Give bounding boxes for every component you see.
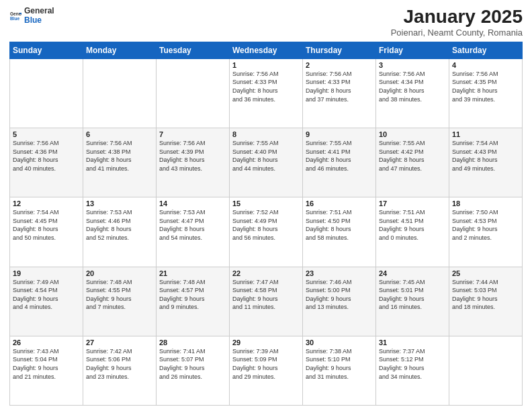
day-cell: 24Sunrise: 7:45 AM Sunset: 5:01 PM Dayli… — [376, 267, 449, 336]
day-number: 21 — [159, 269, 226, 277]
col-header-wednesday: Wednesday — [230, 42, 303, 58]
day-info: Sunrise: 7:53 AM Sunset: 4:46 PM Dayligh… — [86, 208, 153, 242]
day-info: Sunrise: 7:50 AM Sunset: 4:53 PM Dayligh… — [452, 208, 519, 242]
day-info: Sunrise: 7:54 AM Sunset: 4:45 PM Dayligh… — [13, 208, 80, 242]
day-info: Sunrise: 7:52 AM Sunset: 4:49 PM Dayligh… — [232, 208, 300, 242]
day-cell: 18Sunrise: 7:50 AM Sunset: 4:53 PM Dayli… — [449, 197, 523, 267]
week-row-2: 5Sunrise: 7:56 AM Sunset: 4:36 PM Daylig… — [10, 128, 523, 197]
day-info: Sunrise: 7:37 AM Sunset: 5:12 PM Dayligh… — [379, 347, 446, 381]
day-info: Sunrise: 7:56 AM Sunset: 4:39 PM Dayligh… — [159, 139, 226, 173]
day-number: 19 — [13, 269, 80, 277]
day-number: 26 — [13, 338, 80, 347]
logo-icon: General Blue — [9, 10, 21, 22]
day-info: Sunrise: 7:51 AM Sunset: 4:50 PM Dayligh… — [306, 208, 373, 242]
day-info: Sunrise: 7:56 AM Sunset: 4:34 PM Dayligh… — [379, 70, 446, 103]
day-cell: 3Sunrise: 7:56 AM Sunset: 4:34 PM Daylig… — [376, 58, 449, 128]
svg-text:Blue: Blue — [10, 16, 19, 21]
day-number: 8 — [232, 130, 300, 138]
day-number: 12 — [13, 199, 80, 208]
day-number: 25 — [452, 269, 519, 277]
calendar-table: SundayMondayTuesdayWednesdayThursdayFrid… — [9, 42, 523, 406]
day-info: Sunrise: 7:51 AM Sunset: 4:51 PM Dayligh… — [379, 208, 446, 242]
day-cell: 11Sunrise: 7:54 AM Sunset: 4:43 PM Dayli… — [449, 128, 523, 197]
day-cell: 23Sunrise: 7:46 AM Sunset: 5:00 PM Dayli… — [303, 267, 376, 336]
day-cell: 9Sunrise: 7:55 AM Sunset: 4:41 PM Daylig… — [303, 128, 376, 197]
day-cell: 17Sunrise: 7:51 AM Sunset: 4:51 PM Dayli… — [376, 197, 449, 267]
day-info: Sunrise: 7:43 AM Sunset: 5:04 PM Dayligh… — [13, 347, 80, 381]
day-number: 1 — [232, 61, 300, 69]
day-cell: 13Sunrise: 7:53 AM Sunset: 4:46 PM Dayli… — [83, 197, 157, 267]
day-number: 30 — [306, 338, 373, 347]
day-number: 28 — [159, 338, 226, 347]
day-cell: 19Sunrise: 7:49 AM Sunset: 4:54 PM Dayli… — [10, 267, 83, 336]
day-number: 20 — [86, 269, 153, 277]
day-number: 7 — [159, 130, 226, 138]
title-block: January 2025 Poienari, Neamt County, Rom… — [391, 7, 523, 38]
day-number: 17 — [379, 199, 446, 208]
week-row-4: 19Sunrise: 7:49 AM Sunset: 4:54 PM Dayli… — [10, 267, 523, 336]
logo-general: General — [24, 7, 54, 16]
day-cell: 21Sunrise: 7:48 AM Sunset: 4:57 PM Dayli… — [157, 267, 230, 336]
col-header-thursday: Thursday — [303, 42, 376, 58]
day-number: 22 — [232, 269, 300, 277]
day-number: 14 — [159, 199, 226, 208]
location-subtitle: Poienari, Neamt County, Romania — [391, 28, 523, 38]
day-number: 16 — [306, 199, 373, 208]
col-header-friday: Friday — [376, 42, 449, 58]
page: General Blue General Blue January 2025 P… — [0, 0, 532, 411]
day-cell — [157, 58, 230, 128]
day-cell: 20Sunrise: 7:48 AM Sunset: 4:55 PM Dayli… — [83, 267, 157, 336]
day-cell: 1Sunrise: 7:56 AM Sunset: 4:33 PM Daylig… — [230, 58, 303, 128]
day-cell: 28Sunrise: 7:41 AM Sunset: 5:07 PM Dayli… — [157, 336, 230, 405]
day-info: Sunrise: 7:56 AM Sunset: 4:33 PM Dayligh… — [232, 70, 300, 103]
day-info: Sunrise: 7:41 AM Sunset: 5:07 PM Dayligh… — [159, 347, 226, 381]
day-cell: 30Sunrise: 7:38 AM Sunset: 5:10 PM Dayli… — [303, 336, 376, 405]
day-cell: 10Sunrise: 7:55 AM Sunset: 4:42 PM Dayli… — [376, 128, 449, 197]
day-info: Sunrise: 7:55 AM Sunset: 4:42 PM Dayligh… — [379, 139, 446, 173]
day-cell: 31Sunrise: 7:37 AM Sunset: 5:12 PM Dayli… — [376, 336, 449, 405]
day-number: 15 — [232, 199, 300, 208]
day-info: Sunrise: 7:47 AM Sunset: 4:58 PM Dayligh… — [232, 278, 300, 312]
header: General Blue General Blue January 2025 P… — [9, 7, 523, 38]
day-cell: 5Sunrise: 7:56 AM Sunset: 4:36 PM Daylig… — [10, 128, 83, 197]
day-number: 2 — [306, 61, 373, 69]
day-info: Sunrise: 7:44 AM Sunset: 5:03 PM Dayligh… — [452, 278, 519, 312]
col-header-tuesday: Tuesday — [157, 42, 230, 58]
day-info: Sunrise: 7:56 AM Sunset: 4:36 PM Dayligh… — [13, 139, 80, 173]
day-number: 4 — [452, 61, 519, 69]
day-info: Sunrise: 7:55 AM Sunset: 4:40 PM Dayligh… — [232, 139, 300, 173]
day-info: Sunrise: 7:45 AM Sunset: 5:01 PM Dayligh… — [379, 278, 446, 312]
day-number: 9 — [306, 130, 373, 138]
day-number: 18 — [452, 199, 519, 208]
day-info: Sunrise: 7:56 AM Sunset: 4:33 PM Dayligh… — [306, 70, 373, 103]
week-row-1: 1Sunrise: 7:56 AM Sunset: 4:33 PM Daylig… — [10, 58, 523, 128]
day-cell: 6Sunrise: 7:56 AM Sunset: 4:38 PM Daylig… — [83, 128, 157, 197]
day-number: 27 — [86, 338, 153, 347]
day-number: 29 — [232, 338, 300, 347]
day-number: 24 — [379, 269, 446, 277]
day-cell: 7Sunrise: 7:56 AM Sunset: 4:39 PM Daylig… — [157, 128, 230, 197]
day-info: Sunrise: 7:48 AM Sunset: 4:55 PM Dayligh… — [86, 278, 153, 312]
day-info: Sunrise: 7:56 AM Sunset: 4:35 PM Dayligh… — [452, 70, 519, 103]
week-row-3: 12Sunrise: 7:54 AM Sunset: 4:45 PM Dayli… — [10, 197, 523, 267]
day-cell: 2Sunrise: 7:56 AM Sunset: 4:33 PM Daylig… — [303, 58, 376, 128]
day-info: Sunrise: 7:39 AM Sunset: 5:09 PM Dayligh… — [232, 347, 300, 381]
day-number: 23 — [306, 269, 373, 277]
day-number: 31 — [379, 338, 446, 347]
day-cell: 4Sunrise: 7:56 AM Sunset: 4:35 PM Daylig… — [449, 58, 523, 128]
col-header-monday: Monday — [83, 42, 157, 58]
day-cell: 14Sunrise: 7:53 AM Sunset: 4:47 PM Dayli… — [157, 197, 230, 267]
logo-blue: Blue — [24, 16, 54, 26]
day-cell — [10, 58, 83, 128]
day-cell: 8Sunrise: 7:55 AM Sunset: 4:40 PM Daylig… — [230, 128, 303, 197]
col-header-saturday: Saturday — [449, 42, 523, 58]
logo: General Blue General Blue — [9, 7, 54, 26]
month-title: January 2025 — [391, 7, 523, 28]
day-number: 3 — [379, 61, 446, 69]
calendar-header-row: SundayMondayTuesdayWednesdayThursdayFrid… — [10, 42, 523, 58]
day-number: 6 — [86, 130, 153, 138]
day-cell — [449, 336, 523, 405]
day-number: 13 — [86, 199, 153, 208]
day-info: Sunrise: 7:53 AM Sunset: 4:47 PM Dayligh… — [159, 208, 226, 242]
day-cell: 15Sunrise: 7:52 AM Sunset: 4:49 PM Dayli… — [230, 197, 303, 267]
